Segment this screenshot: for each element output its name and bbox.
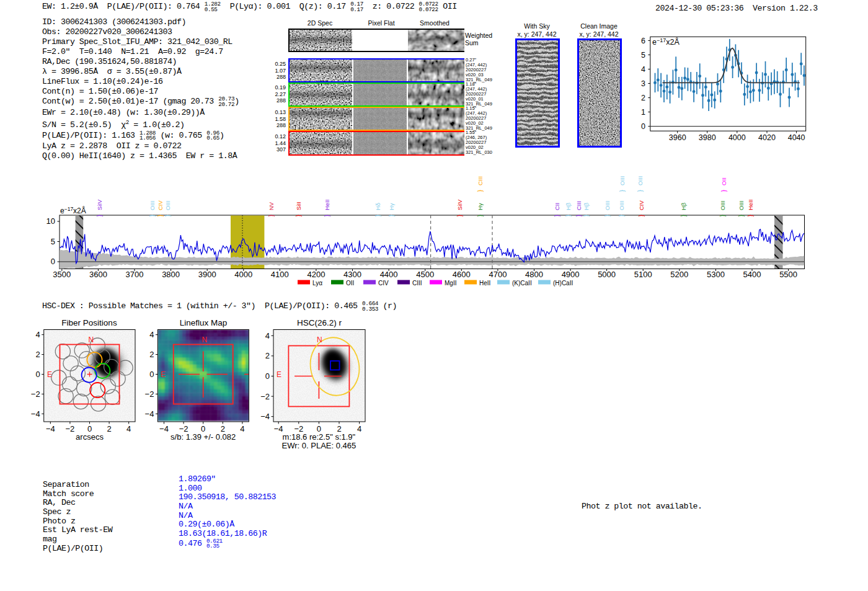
svg-text:}: }: [156, 215, 164, 217]
svg-text:4040: 4040: [788, 133, 805, 142]
svg-text:E: E: [161, 370, 166, 379]
svg-text:3: 3: [641, 79, 645, 88]
svg-text:Hβ: Hβ: [583, 202, 590, 210]
svg-text:0: 0: [149, 370, 154, 379]
svg-text:5400: 5400: [743, 270, 761, 279]
svg-text:2: 2: [149, 350, 154, 359]
svg-text:HeII: HeII: [324, 200, 330, 210]
svg-text:5000: 5000: [598, 270, 616, 279]
svg-text:4: 4: [126, 424, 131, 433]
svg-text:Lineflux Map: Lineflux Map: [180, 318, 228, 327]
svg-text:}: }: [564, 215, 572, 217]
svg-text:OIII: OIII: [164, 201, 171, 210]
svg-text:Hγ: Hγ: [477, 203, 484, 210]
svg-text:4: 4: [149, 330, 154, 339]
svg-text:}: }: [720, 190, 727, 192]
svg-text:}: }: [294, 215, 302, 217]
svg-text:CIII: CIII: [575, 201, 582, 210]
svg-text:−4: −4: [31, 409, 40, 419]
svg-text:}: }: [95, 215, 103, 217]
svg-text:2: 2: [265, 351, 270, 360]
svg-text:5300: 5300: [707, 270, 725, 279]
svg-text:}: }: [476, 215, 484, 217]
svg-text:−2: −2: [31, 389, 40, 399]
svg-text:SiIV: SiIV: [456, 199, 463, 210]
svg-text:OIII: OIII: [719, 201, 726, 210]
svg-text:4: 4: [240, 424, 244, 433]
svg-text:2: 2: [107, 424, 111, 433]
svg-text:0: 0: [641, 122, 645, 131]
svg-text:}: }: [737, 215, 745, 217]
svg-text:4700: 4700: [489, 270, 507, 279]
svg-text:OIII: OIII: [619, 176, 626, 185]
svg-text:4: 4: [641, 65, 645, 74]
svg-text:−2: −2: [65, 424, 74, 433]
svg-text:}: }: [323, 215, 330, 217]
svg-text:4200: 4200: [307, 270, 325, 279]
svg-text:2: 2: [35, 350, 40, 359]
svg-text:5500: 5500: [779, 270, 797, 279]
svg-text:SiIV: SiIV: [96, 199, 103, 210]
svg-text:−4: −4: [46, 424, 55, 433]
svg-text:3960: 3960: [669, 133, 686, 142]
svg-text:CIV: CIV: [378, 280, 389, 287]
svg-text:arcsecs: arcsecs: [76, 432, 104, 442]
svg-text:5100: 5100: [634, 270, 652, 279]
svg-text:OIII: OIII: [618, 201, 625, 210]
svg-text:MgII: MgII: [445, 280, 456, 287]
svg-text:3900: 3900: [198, 270, 216, 279]
svg-text:10: 10: [46, 216, 55, 226]
svg-text:}: }: [680, 215, 687, 217]
svg-text:E: E: [277, 370, 281, 379]
svg-text:4300: 4300: [343, 270, 361, 279]
svg-text:4000: 4000: [728, 133, 746, 142]
svg-text:N: N: [89, 335, 94, 344]
svg-text:}: }: [267, 215, 275, 217]
svg-text:OIII: OIII: [637, 176, 644, 185]
svg-text:OII: OII: [346, 280, 354, 287]
svg-text:0: 0: [35, 370, 40, 379]
svg-text:4500: 4500: [416, 270, 434, 279]
svg-text:}: }: [746, 215, 754, 217]
svg-text:}: }: [618, 190, 626, 192]
svg-text:5: 5: [51, 237, 55, 246]
svg-text:}: }: [476, 190, 484, 192]
svg-text:SiII: SiII: [295, 202, 302, 210]
svg-text:}: }: [575, 215, 582, 217]
svg-text:NV: NV: [268, 202, 275, 210]
svg-text:CIII: CIII: [477, 176, 484, 185]
svg-text:4: 4: [35, 330, 40, 339]
svg-text:OIII: OIII: [738, 201, 745, 210]
svg-text:(K)CaII: (K)CaII: [512, 280, 532, 287]
svg-text:HSC(26.2) r: HSC(26.2) r: [297, 318, 342, 327]
svg-text:−2: −2: [145, 389, 154, 399]
svg-text:}: }: [456, 215, 463, 217]
svg-text:CIII: CIII: [412, 280, 422, 287]
svg-text:s/b: 1.39 +/- 0.082: s/b: 1.39 +/- 0.082: [170, 432, 236, 442]
svg-text:4600: 4600: [453, 270, 471, 279]
svg-text:5: 5: [641, 51, 645, 60]
svg-text:Hγ: Hγ: [388, 203, 395, 210]
svg-text:(H)CaII: (H)CaII: [553, 280, 573, 287]
svg-text:}: }: [374, 215, 381, 217]
svg-text:Fiber Positions: Fiber Positions: [61, 318, 117, 327]
svg-text:OIII: OIII: [149, 201, 156, 210]
svg-text:HeII: HeII: [747, 200, 754, 210]
svg-text:4: 4: [265, 331, 270, 340]
svg-text:E: E: [47, 370, 52, 379]
svg-text:3980: 3980: [699, 133, 716, 142]
svg-text:Lyα: Lyα: [312, 280, 322, 287]
svg-text:Hδ: Hδ: [374, 203, 381, 210]
svg-text:1: 1: [641, 108, 645, 117]
svg-text:CII: CII: [554, 203, 560, 210]
svg-text:4800: 4800: [525, 270, 543, 279]
svg-text:OIII: OIII: [604, 201, 611, 210]
svg-text:}: }: [553, 215, 560, 217]
svg-text:HeII: HeII: [479, 280, 490, 287]
svg-text:5200: 5200: [670, 270, 688, 279]
svg-text:−2: −2: [260, 392, 270, 401]
svg-text:Hβ: Hβ: [565, 202, 572, 210]
svg-text:CIV: CIV: [638, 200, 645, 211]
svg-text:−4: −4: [159, 424, 169, 433]
svg-text:N: N: [202, 335, 208, 344]
